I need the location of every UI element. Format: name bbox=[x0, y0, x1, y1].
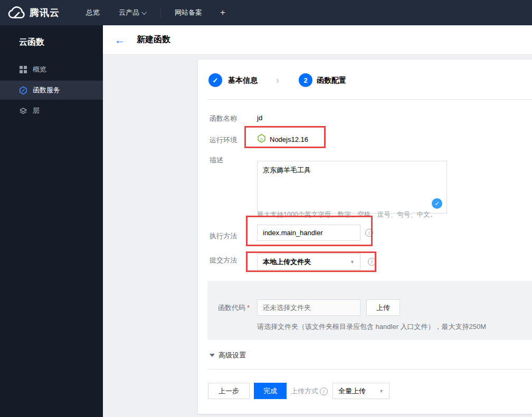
folder-path-input[interactable] bbox=[257, 299, 360, 316]
content-area: ✓ 基本信息 › 2 函数配置 函数名称 jd 运行环境 js Nodejs12… bbox=[103, 55, 532, 417]
upload-button[interactable]: 上传 bbox=[366, 299, 400, 316]
steps-divider bbox=[207, 99, 532, 100]
description-textarea[interactable]: 京东薅羊毛工具 ✓ bbox=[257, 161, 447, 214]
tencent-cloud-logo[interactable]: 腾讯云 bbox=[7, 6, 60, 19]
submit-method-select[interactable]: 本地上传文件夹 ▼ bbox=[257, 254, 360, 270]
sidebar: 云函数 概览 函数服务 层 bbox=[0, 25, 103, 417]
layers-icon bbox=[19, 106, 27, 115]
nodejs-icon: js bbox=[257, 134, 266, 143]
step-function-config-circle: 2 bbox=[299, 73, 312, 87]
nav-products[interactable]: 云产品 bbox=[119, 8, 147, 17]
function-name-value: jd bbox=[257, 114, 262, 122]
step-number: 2 bbox=[299, 73, 312, 87]
function-code-label: 函数代码* bbox=[218, 303, 250, 313]
handler-info-icon[interactable]: i bbox=[365, 229, 373, 237]
step-basic-info-circle: ✓ bbox=[208, 73, 222, 87]
step-separator-icon: › bbox=[276, 75, 279, 86]
advanced-settings-toggle[interactable]: 高级设置 bbox=[210, 351, 246, 360]
description-value: 京东薅羊毛工具 bbox=[263, 166, 311, 174]
grid-icon bbox=[19, 65, 27, 74]
step-function-config-label: 函数配置 bbox=[317, 76, 346, 85]
topbar: 腾讯云 总览 云产品 网站备案 + bbox=[0, 0, 532, 25]
footer-divider bbox=[207, 369, 532, 370]
upload-mode-select[interactable]: 全量上传 ▼ bbox=[332, 383, 390, 399]
submit-method-label: 提交方法 bbox=[210, 256, 237, 265]
function-code-hint: 请选择文件夹（该文件夹根目录应包含 handler 入口文件），最大支持250M bbox=[257, 322, 486, 332]
submit-method-info-icon[interactable]: i bbox=[368, 258, 376, 266]
upload-mode-caret-icon: ▼ bbox=[379, 389, 384, 394]
top-navigation: 总览 云产品 网站备案 + bbox=[77, 7, 225, 18]
submit-method-value: 本地上传文件夹 bbox=[263, 257, 311, 267]
back-arrow-icon[interactable]: ← bbox=[115, 35, 125, 45]
check-icon: ✓ bbox=[208, 73, 222, 87]
sidebar-title: 云函数 bbox=[0, 25, 103, 59]
upload-mode-label: 上传方式 bbox=[291, 386, 318, 396]
collapse-caret-icon bbox=[210, 354, 215, 357]
nav-beian[interactable]: 网站备案 bbox=[175, 8, 202, 17]
nav-overview[interactable]: 总览 bbox=[86, 8, 100, 17]
handler-label: 执行方法 bbox=[210, 231, 237, 241]
upload-mode-info-icon[interactable]: i bbox=[320, 387, 328, 395]
description-label: 描述 bbox=[210, 156, 223, 165]
function-name-label: 函数名称 bbox=[210, 114, 237, 123]
svg-text:js: js bbox=[260, 137, 263, 141]
step-basic-info-label: 基本信息 bbox=[228, 76, 258, 85]
required-asterisk: * bbox=[247, 304, 250, 312]
select-caret-icon: ▼ bbox=[350, 259, 355, 265]
add-tab-icon[interactable]: + bbox=[220, 7, 225, 18]
cloud-logo-icon bbox=[7, 6, 25, 19]
form-card: ✓ 基本信息 › 2 函数配置 函数名称 jd 运行环境 js Nodejs12… bbox=[198, 60, 532, 414]
valid-check-icon: ✓ bbox=[432, 198, 442, 209]
upload-mode-label-wrap: 上传方式 i bbox=[291, 386, 328, 396]
sidebar-item-overview[interactable]: 概览 bbox=[0, 60, 103, 80]
sidebar-item-function-service[interactable]: 函数服务 bbox=[0, 81, 103, 100]
function-hexagon-icon bbox=[19, 86, 27, 94]
page-header: ← 新建函数 bbox=[103, 25, 532, 55]
chevron-down-icon bbox=[141, 9, 147, 15]
previous-step-button[interactable]: 上一步 bbox=[208, 383, 250, 399]
description-hint: 最大支持1000个英文字母、数字、空格、逗号、句号、中文。 bbox=[257, 210, 436, 219]
runtime-value: Nodejs12.16 bbox=[270, 135, 308, 143]
sidebar-item-layers[interactable]: 层 bbox=[0, 101, 103, 121]
function-code-section: 函数代码* 上传 请选择文件夹（该文件夹根目录应包含 handler 入口文件）… bbox=[207, 281, 532, 340]
handler-input[interactable] bbox=[257, 225, 360, 241]
brand-name: 腾讯云 bbox=[30, 6, 60, 19]
nav-divider bbox=[160, 8, 161, 17]
upload-mode-value: 全量上传 bbox=[338, 386, 366, 396]
done-button[interactable]: 完成 bbox=[254, 383, 287, 399]
runtime-label: 运行环境 bbox=[210, 135, 237, 145]
page-title: 新建函数 bbox=[137, 34, 170, 45]
